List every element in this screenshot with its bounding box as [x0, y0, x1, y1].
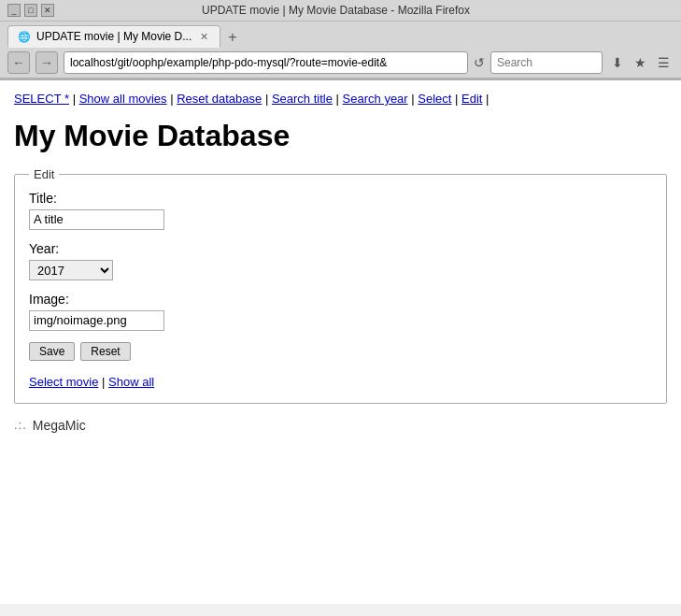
browser-search-input[interactable]	[490, 51, 603, 74]
address-bar[interactable]	[64, 51, 468, 74]
form-actions: Save Reset	[29, 342, 652, 361]
select-link[interactable]: Select	[418, 92, 451, 106]
maximize-button[interactable]: □	[24, 4, 37, 17]
show-all-link[interactable]: Show all	[108, 375, 154, 389]
select-star-link[interactable]: SELECT *	[14, 92, 69, 106]
form-links: Select movie | Show all	[29, 375, 652, 389]
year-select[interactable]: 2017	[29, 260, 113, 280]
tab-label: UPDATE movie | My Movie D...	[36, 30, 192, 43]
edit-link[interactable]: Edit	[461, 92, 482, 106]
new-tab-button[interactable]: +	[222, 29, 242, 46]
reset-button[interactable]: Reset	[80, 342, 130, 361]
tab-close-button[interactable]: ✕	[197, 30, 210, 43]
active-tab[interactable]: 🌐 UPDATE movie | My Movie D... ✕	[7, 25, 220, 48]
brand-name: MegaMic	[33, 418, 86, 433]
back-button[interactable]: ←	[7, 51, 30, 74]
search-year-link[interactable]: Search year	[343, 92, 408, 106]
title-bar: _ □ ✕ UPDATE movie | My Movie Database -…	[0, 0, 681, 21]
nav-links: SELECT * | Show all movies | Reset datab…	[14, 90, 667, 109]
search-title-link[interactable]: Search title	[272, 92, 333, 106]
page-title: My Movie Database	[14, 119, 667, 153]
tab-favicon: 🌐	[18, 31, 31, 43]
image-label: Image:	[29, 292, 652, 307]
download-button[interactable]: ⬇	[608, 53, 627, 72]
bookmark-button[interactable]: ★	[631, 53, 650, 72]
reset-database-link[interactable]: Reset database	[177, 92, 262, 106]
menu-button[interactable]: ☰	[654, 53, 674, 72]
forward-button[interactable]: →	[35, 51, 58, 74]
select-movie-link[interactable]: Select movie	[29, 375, 98, 389]
year-group: Year: 2017	[29, 241, 652, 280]
title-input[interactable]	[29, 209, 164, 230]
image-group: Image:	[29, 292, 652, 331]
minimize-button[interactable]: _	[7, 4, 21, 17]
nav-icons: ⬇ ★ ☰	[608, 53, 674, 72]
save-button[interactable]: Save	[29, 342, 75, 361]
page-content: SELECT * | Show all movies | Reset datab…	[0, 80, 681, 604]
edit-form: Edit Title: Year: 2017 Image: Save Reset…	[14, 167, 667, 404]
window-controls[interactable]: _ □ ✕	[7, 4, 54, 17]
title-label: Title:	[29, 191, 652, 206]
window-title: UPDATE movie | My Movie Database - Mozil…	[54, 4, 617, 17]
year-label: Year:	[29, 241, 652, 256]
edit-form-legend: Edit	[29, 167, 59, 181]
title-group: Title:	[29, 191, 652, 230]
navigation-bar: ← → ↺ ⬇ ★ ☰	[0, 48, 681, 79]
close-button[interactable]: ✕	[41, 4, 54, 17]
image-input[interactable]	[29, 310, 164, 331]
show-all-movies-link[interactable]: Show all movies	[79, 92, 167, 106]
dots-icon: .:.	[14, 418, 27, 432]
page-footer: .:. MegaMic	[14, 418, 667, 433]
tab-bar: 🌐 UPDATE movie | My Movie D... ✕ +	[0, 21, 681, 48]
reload-button[interactable]: ↺	[474, 55, 485, 70]
